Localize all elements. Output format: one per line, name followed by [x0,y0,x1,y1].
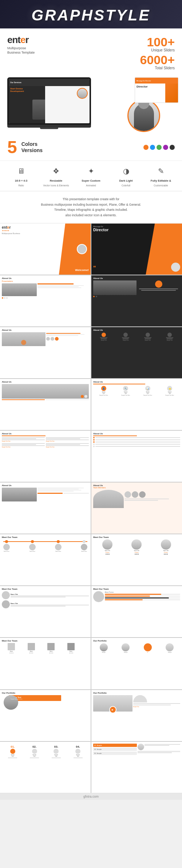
slide-16-title: Meet Our Team [93,588,180,590]
slide-13: Meet Our Team Name Here Name Here Name H [0,534,91,585]
slide-17: Meet Our Team Name Name [0,638,91,689]
slide-22-content: 01. Sample 02. Sample 03. Sample [93,744,180,791]
color-dot-green [157,145,162,150]
slide-13-title: Meet Our Team [2,536,89,538]
edit-icon: ✎ [154,164,167,178]
slide-15-title: Meet Our Team [2,588,89,590]
slide-14: Meet Our Team Name Title Position Name T… [91,534,182,585]
total-count: 6000+ [140,54,175,66]
slide-17-list: Name Name Name [2,643,89,654]
color-dot-blue [150,145,155,150]
colors-text: Colors Versions [21,141,43,154]
slide-15-rows: Name Title Name Title [2,591,89,608]
screen-dev-text: Start DeviceDevelopment [10,88,44,93]
site-title: GRAPHSTYLE [7,7,175,24]
slide-8-icons: 👤 SampleText Sample Text Here 🔧 SampleTe… [93,386,180,396]
sliders-label: Unique Sliders [147,48,175,52]
laptop-mockup: Our Services Start DeviceDevelopment [7,77,91,129]
slide-9-content: Sample Text Here Sample Text Here Sample… [2,437,89,448]
feature-vector-sub: Vector Icons & Elements [43,184,69,187]
feature-vector-label: Resizable [50,179,63,183]
person-avatar [127,99,160,132]
slide-10-title: About Us [93,433,180,435]
brand-subtitle: Multipurpose Business Template [7,46,35,55]
slide-17-title: Meet Our Team [2,640,89,642]
slide-5-title: About Us [2,329,89,331]
slide-14-photos: Name Title Position Name Title Position [93,539,180,555]
feature-animated-label: Super Custom [82,179,100,183]
color-dot-orange [143,145,149,150]
slide-11-content [2,488,89,501]
brand-logo-highlight: e [20,34,25,45]
feature-vector: ❖ Resizable Vector Icons & Elements [41,164,71,187]
brand-logo: enter [7,34,35,46]
header-section: GRAPHSTYLE [0,0,182,28]
brand-left: enter Multipurpose Business Template [7,34,35,55]
slide-8-title: About Us [93,381,180,383]
slide-4-title: About Us [93,277,180,279]
stat-sliders: 100+ Unique Sliders [147,36,175,52]
feature-ratio: 🖥 16:9 + 4:3 Ratio [7,164,36,187]
screen-service-text: Our Services [10,81,21,84]
monitor-icon: 🖥 [15,164,28,178]
watermark-text: gfxtra.com [83,795,99,798]
slide-6: About Us Sample Text Sample Text Sample … [91,327,182,378]
slide-4-circle [155,280,162,288]
color-dot-dark [170,145,175,150]
slide-preview-text: Message for Director [136,80,151,82]
slide-12-sub: Team Members [93,487,180,489]
colors-section: 5 Colors Versions [0,136,182,160]
slide-21: 01. SampleText 02. SampleText 03. Sample… [0,742,91,793]
slide-1: enter ★★★★★ Multipurpose Business Welcom… [0,224,91,275]
slide-3-photo [2,283,37,296]
feature-animated-sub: Animated [86,184,96,187]
slide-4-content [137,280,181,295]
slide-preview-small: Message for Director Director [135,77,178,103]
feature-darklight-label: Dark Light [119,179,132,183]
slide-19-title: Our Portfolio [2,692,89,694]
description-text: This presentation template create with f… [11,197,171,218]
feature-editable-sub: Customizable [154,184,168,187]
slide-4: About Us [91,275,182,326]
slide-2-avatar [171,263,180,272]
animated-icon: ✦ [84,164,98,178]
slide-20: Our Portfolio ▶ Sample Text [91,690,182,741]
preview-area: Our Services Start DeviceDevelopment [0,74,182,136]
slide-6-title: About Us [93,329,180,331]
slide-18-circles: Sample Sample ★ Sample [93,643,180,653]
description-section: This presentation template create with f… [0,191,182,223]
slide-20-content: ▶ Sample Text [93,695,180,712]
slide-2: Message for Director " [91,224,182,275]
slide-2-director: Director [93,228,180,232]
color-dot-purple [163,145,168,150]
stat-total: 6000+ Total Sliders [140,54,175,70]
feature-dark-light: ◑ Dark Light Colorfull [111,164,141,187]
slide-22: 01. Sample 02. Sample 03. Sample [91,742,182,793]
slide-18-title: Our Portfolio [93,640,180,642]
slide-3-title: About Us [2,277,89,279]
feature-ratio-label: 16:9 + 4:3 [15,179,27,183]
sliders-count: 100+ [147,36,175,48]
feature-animated: ✦ Super Custom Animated [76,164,106,187]
slide-6-icons: Sample Text Sample Text Sample Text Samp… [93,333,180,341]
feature-darklight-sub: Colorfull [122,184,130,187]
slide-8-bar [93,384,145,384]
slide-5-content [46,332,89,346]
slide-19-content: Sample Text Sample description here [2,695,89,701]
slide-9-title: About Us [2,433,89,435]
slide-12-photos [93,490,180,508]
brand-right: 100+ Unique Sliders 6000+ Total Sliders [140,34,175,70]
slide-16: Meet Our Team About Partner [91,586,182,637]
features-section: 🖥 16:9 + 4:3 Ratio ❖ Resizable Vector Ic… [0,160,182,191]
feature-editable: ✎ Fully Editable & Customizable [146,164,175,187]
slide-15: Meet Our Team Name Title Name Title [0,586,91,637]
vector-icon: ❖ [50,164,63,178]
slide-10-bullets [93,437,180,447]
slide-5-photo [2,332,46,346]
theme-icon: ◑ [119,164,132,178]
slide-12: About Us Team Members [91,483,182,534]
slide-10: About Us [91,431,182,482]
slide-3-sub: Presentations [2,280,89,282]
slide-21-content: 01. SampleText 02. SampleText 03. Sample… [2,745,89,758]
slide-7: About Us [0,379,91,430]
